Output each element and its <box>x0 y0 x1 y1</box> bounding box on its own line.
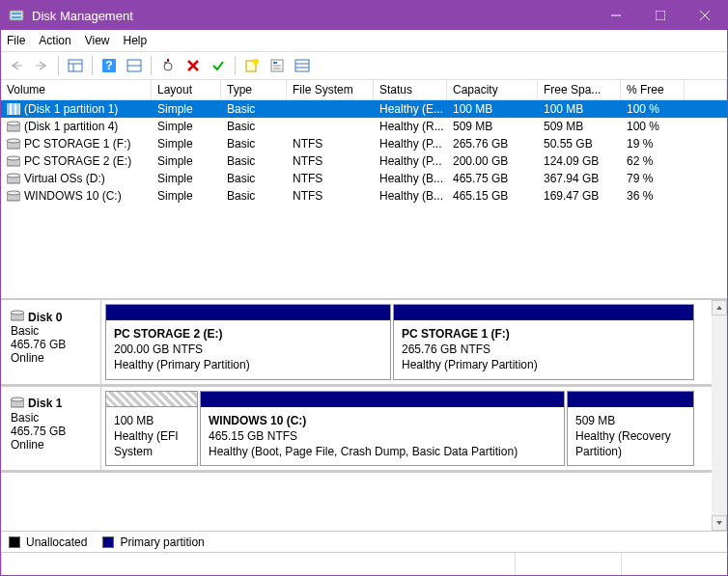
separator <box>92 56 93 75</box>
disk-body: PC STORAGE 2 (E:)200.00 GB NTFSHealthy (… <box>101 300 712 384</box>
delete-button[interactable] <box>182 54 205 77</box>
column-header-layout[interactable]: Layout <box>152 80 221 99</box>
disk-label[interactable]: Disk 0Basic465.76 GBOnline <box>1 300 101 384</box>
scroll-down-icon[interactable] <box>712 515 727 531</box>
minimize-button[interactable] <box>594 1 638 30</box>
volume-pct: 100 % <box>621 101 685 117</box>
svg-rect-31 <box>12 103 14 115</box>
partition-box[interactable]: PC STORAGE 1 (F:)265.76 GB NTFSHealthy (… <box>393 304 694 380</box>
volume-type: Basic <box>221 101 287 117</box>
volume-name: (Disk 1 partition 1) <box>24 102 118 116</box>
volume-name: (Disk 1 partition 4) <box>24 120 118 133</box>
disk-name: Disk 0 <box>28 311 62 324</box>
volume-icon <box>7 173 20 184</box>
partition-content: 509 MBHealthy (Recovery Partition) <box>568 407 693 466</box>
show-hide-button[interactable] <box>64 54 87 77</box>
partition-box[interactable]: WINDOWS 10 (C:)465.15 GB NTFSHealthy (Bo… <box>200 391 565 467</box>
volume-pct: 19 % <box>621 136 685 151</box>
list-button[interactable] <box>291 54 314 77</box>
settings-view-button[interactable] <box>123 54 146 77</box>
disk-icon <box>11 310 24 324</box>
menu-file[interactable]: File <box>7 34 25 47</box>
svg-rect-23 <box>273 62 277 64</box>
close-button[interactable] <box>683 1 727 30</box>
volume-type: Basic <box>221 188 287 204</box>
volume-row[interactable]: (Disk 1 partition 4)SimpleBasicHealthy (… <box>1 118 727 135</box>
partition-content: PC STORAGE 1 (F:)265.76 GB NTFSHealthy (… <box>394 320 693 379</box>
svg-rect-9 <box>69 60 82 71</box>
volume-capacity: 265.76 GB <box>447 136 538 151</box>
volume-layout: Simple <box>152 171 221 186</box>
forward-button[interactable] <box>30 54 53 77</box>
volume-name: WINDOWS 10 (C:) <box>24 189 122 203</box>
volume-row[interactable]: (Disk 1 partition 1)SimpleBasicHealthy (… <box>1 100 727 118</box>
column-header-capacity[interactable]: Capacity <box>447 80 538 99</box>
partition-size: 509 MB <box>575 413 686 428</box>
vertical-scrollbar[interactable] <box>712 300 727 531</box>
volume-pct: 62 % <box>621 153 685 169</box>
disk-row: Disk 1Basic465.75 GBOnline100 MBHealthy … <box>1 387 712 474</box>
volume-free: 367.94 GB <box>538 171 621 186</box>
disk-name: Disk 1 <box>28 397 62 410</box>
partition-header <box>394 305 693 320</box>
column-header-status[interactable]: Status <box>374 80 447 99</box>
partition-box[interactable]: 100 MBHealthy (EFI System <box>105 391 198 467</box>
disk-label[interactable]: Disk 1Basic465.75 GBOnline <box>1 387 101 471</box>
column-header-filesystem[interactable]: File System <box>287 80 374 99</box>
volume-free: 169.47 GB <box>538 188 621 204</box>
maximize-button[interactable] <box>638 1 683 30</box>
svg-point-40 <box>7 174 20 178</box>
partition-status: Healthy (EFI System <box>114 428 189 459</box>
partition-size: 465.15 GB NTFS <box>209 428 556 444</box>
partition-box[interactable]: 509 MBHealthy (Recovery Partition) <box>567 391 694 467</box>
volume-pct: 100 % <box>621 119 685 134</box>
volume-row[interactable]: Virtual OSs (D:)SimpleBasicNTFSHealthy (… <box>1 170 727 187</box>
volume-row[interactable]: PC STORAGE 2 (E:)SimpleBasicNTFSHealthy … <box>1 152 727 170</box>
menu-view[interactable]: View <box>85 34 110 47</box>
volume-fs: NTFS <box>287 136 374 151</box>
volume-icon <box>7 190 20 202</box>
menubar: File Action View Help <box>1 30 727 51</box>
properties-button[interactable] <box>266 54 289 77</box>
volume-capacity: 465.15 GB <box>447 188 538 204</box>
volume-layout: Simple <box>152 101 221 117</box>
svg-text:?: ? <box>105 59 112 72</box>
disk-type: Basic <box>11 324 91 338</box>
column-header-row: Volume Layout Type File System Status Ca… <box>1 80 727 100</box>
column-header-freespace[interactable]: Free Spa... <box>538 80 621 99</box>
svg-point-42 <box>7 191 20 195</box>
back-button[interactable] <box>5 54 28 77</box>
refresh-button[interactable] <box>156 54 180 77</box>
toolbar: ? <box>1 51 727 80</box>
volume-name: PC STORAGE 2 (E:) <box>24 154 131 168</box>
svg-rect-17 <box>167 59 169 62</box>
volume-status: Healthy (B... <box>374 188 447 204</box>
new-button[interactable] <box>240 54 264 77</box>
volume-icon <box>7 103 20 115</box>
volume-row[interactable]: WINDOWS 10 (C:)SimpleBasicNTFSHealthy (B… <box>1 187 727 205</box>
menu-help[interactable]: Help <box>124 34 148 47</box>
column-header-type[interactable]: Type <box>221 80 287 99</box>
volume-list-pane: Volume Layout Type File System Status Ca… <box>1 80 727 300</box>
apply-button[interactable] <box>207 54 230 77</box>
partition-box[interactable]: PC STORAGE 2 (E:)200.00 GB NTFSHealthy (… <box>105 304 391 380</box>
separator <box>58 56 59 75</box>
volume-fs <box>287 101 374 117</box>
volume-row[interactable]: PC STORAGE 1 (F:)SimpleBasicNTFSHealthy … <box>1 135 727 152</box>
volume-fs: NTFS <box>287 153 374 169</box>
scroll-track[interactable] <box>712 315 727 515</box>
disk-state: Online <box>11 351 91 365</box>
svg-point-36 <box>7 139 20 143</box>
legend: Unallocated Primary partition <box>1 531 727 552</box>
help-button[interactable]: ? <box>98 54 121 77</box>
legend-primary-label: Primary partition <box>120 535 204 549</box>
scroll-up-icon[interactable] <box>712 300 727 315</box>
svg-rect-32 <box>16 103 19 115</box>
menu-action[interactable]: Action <box>39 34 70 47</box>
svg-rect-30 <box>7 103 10 115</box>
svg-rect-1 <box>12 13 21 14</box>
volume-layout: Simple <box>152 136 221 151</box>
column-header-pctfree[interactable]: % Free <box>621 80 685 99</box>
column-header-volume[interactable]: Volume <box>1 80 152 99</box>
disk-size: 465.75 GB <box>11 425 91 438</box>
